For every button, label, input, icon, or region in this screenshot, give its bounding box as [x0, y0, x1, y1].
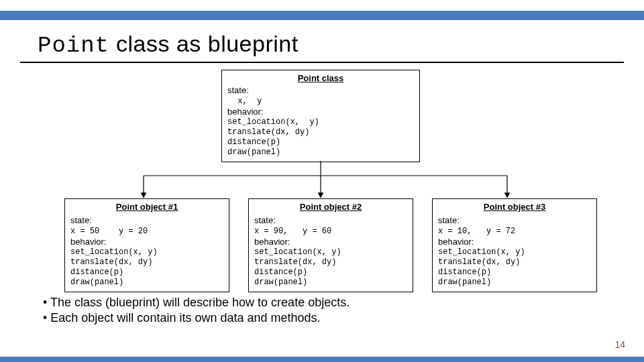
behavior-label: behavior:	[70, 237, 223, 247]
object-title: Point object #1	[70, 202, 223, 213]
state-label: state:	[227, 85, 414, 96]
object-title: Point object #3	[438, 202, 591, 213]
behavior-label: behavior:	[438, 237, 591, 247]
behavior-list: set_location(x, y) translate(dx, dy) dis…	[70, 247, 223, 288]
behavior-list: set_location(x, y) translate(dx, dy) dis…	[227, 117, 414, 158]
state-vars: x, y	[233, 97, 414, 107]
object-row: Point object #1 state: x = 50 y = 20 beh…	[64, 198, 604, 292]
object-box-1: Point object #1 state: x = 50 y = 20 beh…	[64, 198, 229, 292]
state-values: x = 50 y = 20	[70, 227, 223, 237]
summary-bullets: The class (blueprint) will describe how …	[43, 295, 350, 326]
header-accent-bar	[0, 11, 644, 20]
inheritance-arrows	[0, 161, 644, 201]
behavior-list: set_location(x, y) translate(dx, dy) dis…	[438, 247, 591, 288]
footer-accent-bar	[0, 357, 644, 362]
page-number: 14	[614, 339, 625, 350]
title-rest: class as blueprint	[109, 31, 299, 56]
bullet-2: Each object will contain its own data an…	[43, 310, 350, 326]
title-code: Point	[38, 33, 109, 58]
class-blueprint-box: Point class state: x, y behavior: set_lo…	[221, 70, 420, 162]
state-label: state:	[70, 215, 223, 226]
state-label: state:	[254, 215, 407, 226]
title-underline	[20, 62, 624, 63]
object-box-2: Point object #2 state: x = 90, y = 60 be…	[248, 198, 413, 292]
object-box-3: Point object #3 state: x = 10, y = 72 be…	[432, 198, 597, 292]
behavior-label: behavior:	[227, 107, 414, 117]
class-box-title: Point class	[227, 73, 414, 84]
state-values: x = 10, y = 72	[438, 227, 591, 237]
object-title: Point object #2	[254, 202, 407, 213]
slide-title: Point class as blueprint	[38, 31, 299, 58]
bullet-1: The class (blueprint) will describe how …	[43, 295, 350, 310]
behavior-list: set_location(x, y) translate(dx, dy) dis…	[254, 247, 407, 288]
state-label: state:	[438, 215, 591, 226]
behavior-label: behavior:	[254, 237, 407, 247]
state-values: x = 90, y = 60	[254, 227, 407, 237]
